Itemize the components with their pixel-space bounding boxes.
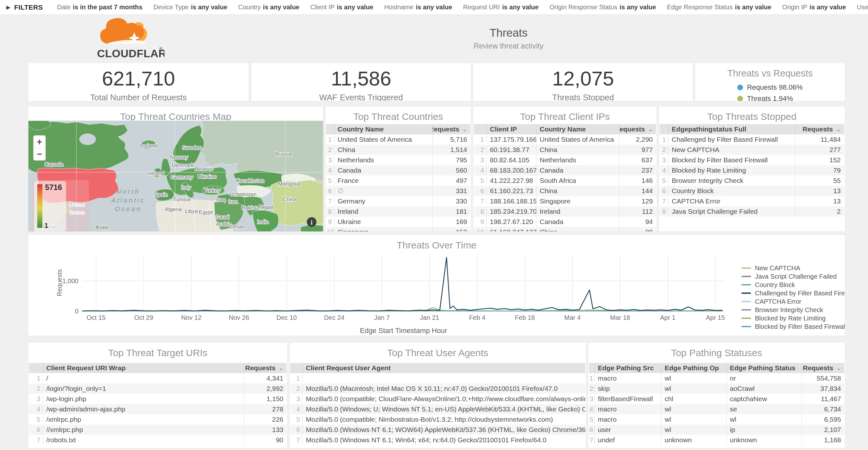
table-row[interactable]: 7188.166.188.152Singapore129 xyxy=(474,196,656,206)
table-row[interactable]: 7Germany330 xyxy=(326,196,470,206)
table-row[interactable]: 5Browser Integrity Check55 xyxy=(659,176,844,186)
table-row[interactable]: 4Canada560 xyxy=(326,165,470,176)
table-row[interactable]: 1macrowlnr554,758 xyxy=(589,373,844,384)
table-row[interactable]: 2skipwlaoCrawl37,834 xyxy=(589,384,844,394)
table-row[interactable]: 661.160.221.73China144 xyxy=(474,186,656,196)
table-row[interactable]: 3Blocked by Filter Based Firewall152 xyxy=(659,155,844,165)
pie-legend-item[interactable]: Threats 1.94% xyxy=(737,94,803,101)
top-threat-user-agents-panel: Top Threat User Agents Client Request Us… xyxy=(289,342,586,448)
column-header[interactable]: Edge Pathing Op xyxy=(661,363,726,373)
table-row[interactable]: 10Singapore152 xyxy=(326,227,470,232)
table-row[interactable]: 6userwlip2,107 xyxy=(589,425,844,435)
legend-item[interactable]: Java Script Challenge Failed xyxy=(741,272,845,280)
table-row[interactable]: 8185.234.219.70Ireland112 xyxy=(474,206,656,217)
table-row[interactable]: 1137.175.79.166United States of America2… xyxy=(474,134,656,145)
table-row[interactable]: 4/wp-admin/admin-ajax.php278 xyxy=(29,404,286,414)
column-header[interactable]: Country Name xyxy=(334,125,432,133)
table-row[interactable]: 5Mozilla/5.0 (compatible; Nimbostratus-B… xyxy=(290,414,585,425)
table-cell: 2,992 xyxy=(244,384,286,394)
table-row[interactable]: 1Challenged by Filter Based Firewall11,4… xyxy=(659,134,844,145)
table-row[interactable]: 9Ukraine169 xyxy=(326,217,470,227)
row-number: 2 xyxy=(589,385,595,392)
table-row[interactable]: 1/4,341 xyxy=(29,373,286,384)
table-row[interactable]: 6//xmlrpc.php133 xyxy=(29,425,286,435)
table-cell: Browser Integrity Check xyxy=(669,177,795,184)
table-row[interactable]: 9198.27.67.120Canada94 xyxy=(474,217,656,227)
table-row[interactable]: 5macrowlwl6,595 xyxy=(589,414,844,425)
filter-request-uri[interactable]: Request URIis any value xyxy=(463,3,539,11)
filter-client-ip[interactable]: Client IPis any value xyxy=(310,3,373,11)
filter-hostname[interactable]: Hostnameis any value xyxy=(384,3,452,11)
pie-legend-item[interactable]: Requests 98.06% xyxy=(737,83,803,92)
table-cell: 181 xyxy=(432,206,470,217)
table-row[interactable]: 2China1,514 xyxy=(326,145,470,155)
filter-date[interactable]: Dateis in the past 7 months xyxy=(57,3,143,11)
filter-device-type[interactable]: Device Typeis any value xyxy=(153,3,227,11)
column-header[interactable]: Edgepathingstatus Full xyxy=(669,125,795,133)
table-row[interactable]: 7undefunknownunknown1,168 xyxy=(589,435,844,445)
table-row[interactable]: 3Netherlands795 xyxy=(326,155,470,165)
table-row[interactable]: 6∅331 xyxy=(326,186,470,196)
legend-label: New CAPTCHA xyxy=(755,265,800,272)
table-row[interactable]: 1 xyxy=(290,373,585,384)
zoom-in-button[interactable]: + xyxy=(37,137,42,147)
zoom-out-button[interactable]: − xyxy=(37,149,42,159)
column-header-sortable[interactable]: Requests⌄ xyxy=(432,124,470,134)
legend-item[interactable]: Country Block xyxy=(741,280,845,289)
world-map[interactable]: CanadaUnitedStatesMexicoCubaIcelandIrela… xyxy=(28,121,323,232)
column-header-sortable[interactable]: Requests⌄ xyxy=(795,124,844,134)
table-row[interactable]: 4Blocked by Rate Limiting79 xyxy=(659,165,844,176)
filter-user-agent[interactable]: User Agentis any value xyxy=(857,3,868,11)
table-header-row: Country NameRequests⌄ xyxy=(326,124,470,134)
column-header[interactable]: Client IP xyxy=(487,125,536,133)
column-header[interactable]: Edge Pathing Src xyxy=(595,364,661,372)
table-row[interactable]: 7CAPTCHA Error13 xyxy=(659,196,844,206)
table-row[interactable]: 468.183.200.167Canada237 xyxy=(474,165,656,176)
table-row[interactable]: 1United States of America5,716 xyxy=(326,134,470,145)
table-row[interactable]: 5/xmlrpc.php226 xyxy=(29,414,286,425)
table-row[interactable]: 2New CAPTCHA277 xyxy=(659,145,844,155)
legend-item[interactable]: Blocked by Filter Based Firewall xyxy=(741,322,845,331)
table-row[interactable]: 4macrowlse6,734 xyxy=(589,404,844,414)
column-header[interactable]: Country Name xyxy=(536,124,619,134)
legend-item[interactable]: Browser Integrity Check xyxy=(741,306,845,314)
legend-item[interactable]: Blocked by Rate Limiting xyxy=(741,314,845,322)
table-row[interactable]: 6Mozilla/5.0 (Windows NT 6.1; WOW64) App… xyxy=(290,425,585,435)
table-row[interactable]: 5France497 xyxy=(326,176,470,186)
table-row[interactable]: 3/wp-login.php1,150 xyxy=(29,394,286,404)
country-label: Ukraine xyxy=(198,174,217,180)
table-row[interactable]: 4Mozilla/5.0 (Windows; U; Windows NT 5.1… xyxy=(290,404,585,414)
brand-text: CLOUDFLARE xyxy=(97,47,164,59)
column-header-sortable[interactable]: Requests⌄ xyxy=(619,124,656,134)
column-header[interactable]: Edge Pathing Status xyxy=(726,363,802,373)
table-row[interactable]: 3filterBasedFirewallchlcaptchaNew11,467 xyxy=(589,394,844,404)
column-header-sortable[interactable]: Requests⌄ xyxy=(802,363,844,373)
legend-item[interactable]: CAPTCHA Error xyxy=(741,297,845,306)
map-info-button[interactable]: i xyxy=(307,217,316,227)
filter-origin-ip[interactable]: Origin IPis any value xyxy=(782,3,846,11)
filter-country[interactable]: Countryis any value xyxy=(238,3,300,11)
country-label: Denmark xyxy=(172,162,194,169)
table-row[interactable]: 541.222.227.98South Africa146 xyxy=(474,176,656,186)
column-header-sortable[interactable]: Requests⌄ xyxy=(244,363,286,373)
table-row[interactable]: 7Mozilla/5.0 (Windows NT 6.1; Win64; x64… xyxy=(290,435,585,445)
column-header[interactable]: Client Request User Agent xyxy=(303,364,585,372)
table-row[interactable]: 8Java Script Challenge Failed2 xyxy=(659,206,844,217)
filter-edge-response-status[interactable]: Edge Response Statusis any value xyxy=(667,3,771,11)
table-row[interactable]: 1061.160.247.127China88 xyxy=(474,227,656,232)
threats-over-time-chart[interactable]: Oct 15Oct 29Nov 12Nov 26Dec 10Dec 24Jan … xyxy=(28,235,845,336)
table-row[interactable]: 260.191.38.77China977 xyxy=(474,145,656,155)
table-row[interactable]: 380.82.64.105Netherlands637 xyxy=(474,155,656,165)
table-row[interactable]: 7/robots.txt90 xyxy=(29,435,286,445)
legend-item[interactable]: Challenged by Filter Based Firewall xyxy=(741,289,845,297)
column-header[interactable]: Client Request URI Wrap xyxy=(43,364,244,372)
legend-label: CAPTCHA Error xyxy=(755,298,801,305)
filters-toggle[interactable]: ▶ FILTERS xyxy=(6,3,43,11)
filter-origin-response-status[interactable]: Origin Response Statusis any value xyxy=(549,3,656,11)
legend-item[interactable]: New CAPTCHA xyxy=(741,264,845,272)
table-row[interactable]: 2Mozilla/5.0 (Macintosh; Intel Mac OS X … xyxy=(290,384,585,394)
table-row[interactable]: 8Ireland181 xyxy=(326,206,470,217)
table-row[interactable]: 2/login/?login_only=12,992 xyxy=(29,384,286,394)
table-row[interactable]: 3Mozilla/5.0 (compatible; CloudFlare-Alw… xyxy=(290,394,585,404)
table-row[interactable]: 6Country Block13 xyxy=(659,186,844,196)
